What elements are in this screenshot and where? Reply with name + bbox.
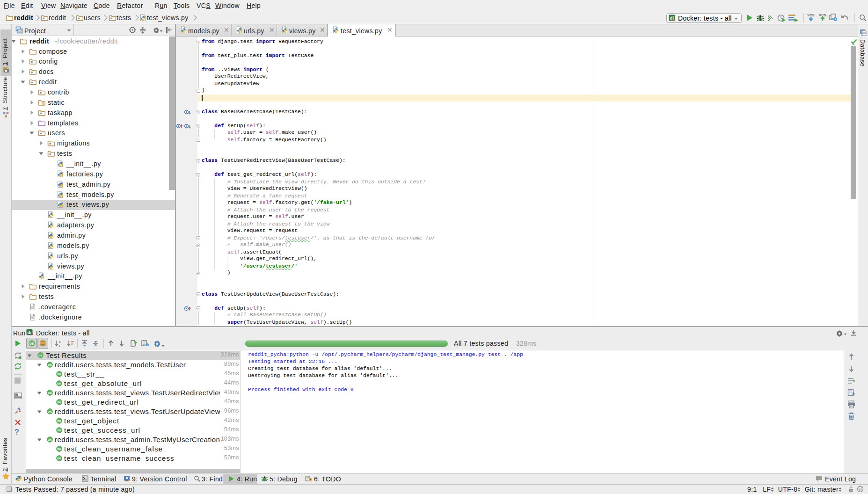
svg-text:di: di	[28, 330, 32, 335]
svg-text:z: z	[59, 344, 61, 347]
svg-text:OK: OK	[48, 410, 52, 413]
svg-text:OK: OK	[48, 363, 52, 366]
svg-text:OK: OK	[48, 392, 52, 394]
svg-text:OK: OK	[57, 429, 61, 432]
svg-text:VCS: VCS	[807, 14, 814, 17]
svg-text:a: a	[58, 340, 60, 343]
svg-text:OK: OK	[48, 438, 52, 441]
svg-text:OK: OK	[57, 457, 61, 460]
svg-text:di: di	[670, 16, 674, 21]
svg-text:OK: OK	[57, 420, 61, 422]
svg-text:OK: OK	[57, 373, 61, 376]
svg-text:OK: OK	[57, 401, 61, 404]
svg-text:OK: OK	[38, 354, 43, 357]
svg-text:OK: OK	[29, 342, 34, 345]
svg-text:OK: OK	[57, 382, 61, 385]
svg-text:OK: OK	[57, 448, 61, 450]
